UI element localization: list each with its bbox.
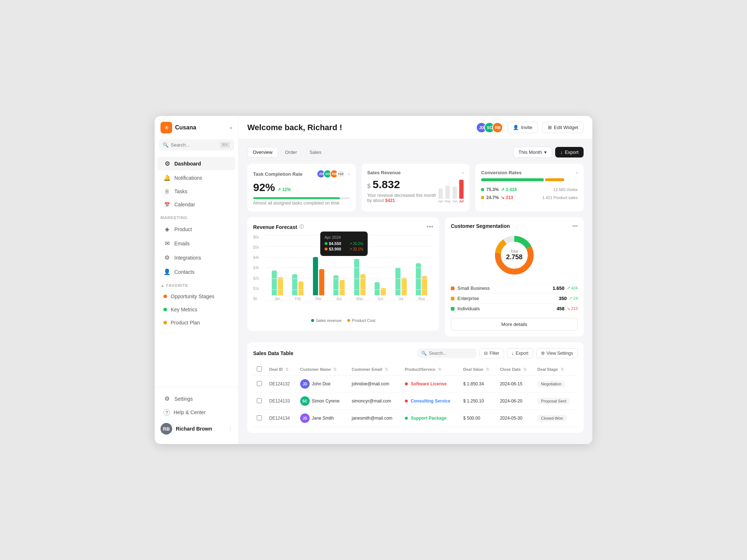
period-filter-button[interactable]: This Month ▾ bbox=[513, 147, 552, 158]
mini-bar bbox=[445, 186, 450, 199]
chart-legend: Sales revenue Product Cost bbox=[253, 318, 433, 323]
sidebar-item-notifications[interactable]: 🔔 Notifications bbox=[158, 171, 235, 184]
sidebar-item-product[interactable]: ◈ Product bbox=[158, 222, 235, 236]
table-actions: 🔍 ⊟ Filter ↓ Export ⚙ bbox=[418, 348, 578, 358]
logo-icon: ✳ bbox=[160, 122, 172, 133]
bar[interactable] bbox=[319, 269, 324, 295]
sidebar-item-integrations[interactable]: ⚙ Integrations bbox=[158, 251, 235, 264]
sidebar-collapse-button[interactable]: « bbox=[229, 125, 232, 131]
contacts-icon: 👤 bbox=[163, 268, 171, 275]
chevron-right-icon[interactable]: › bbox=[576, 170, 578, 175]
sidebar-item-label: Contacts bbox=[174, 269, 194, 275]
sidebar-item-opportunity-stages[interactable]: Opportunity Stages bbox=[158, 290, 235, 303]
bar[interactable] bbox=[381, 288, 386, 295]
bars-container: Jan Feb bbox=[266, 235, 433, 301]
bar[interactable] bbox=[292, 274, 297, 295]
deal-value: $ 500.00 bbox=[460, 410, 496, 427]
tab-order[interactable]: Order bbox=[279, 147, 302, 158]
avatar: JD bbox=[300, 379, 310, 389]
bar[interactable] bbox=[340, 280, 345, 295]
customer-email: simoncyr@mail.com bbox=[348, 393, 401, 410]
more-options-icon[interactable]: ••• bbox=[426, 223, 433, 231]
export-button[interactable]: ↓ Export bbox=[555, 147, 584, 158]
card-title: Task Completion Rate bbox=[253, 171, 303, 177]
col-deal-stage: Deal Stage ⇅ bbox=[534, 363, 578, 376]
sidebar-item-label: Notifications bbox=[174, 175, 202, 181]
sidebar-item-help[interactable]: ? Help & Center bbox=[158, 406, 235, 419]
marketing-section-label: MARKETING bbox=[155, 211, 238, 222]
deal-stage: Closed-Won bbox=[534, 410, 578, 427]
deal-dot bbox=[405, 400, 408, 402]
header-actions: JD SC RB 👤 Invite ⊞ Edit Widget bbox=[476, 122, 584, 133]
tooltip-dot bbox=[325, 248, 328, 250]
bar-col: Jan bbox=[272, 271, 283, 301]
bar[interactable] bbox=[278, 277, 283, 295]
sidebar-item-label: Product Plan bbox=[171, 320, 200, 326]
bar[interactable] bbox=[333, 275, 338, 295]
col-close-date: Close Date ⇅ bbox=[496, 363, 534, 376]
task-rate-value: 92% ↗ 12% bbox=[253, 181, 350, 194]
sidebar-item-label: Help & Center bbox=[174, 409, 206, 415]
sidebar-item-label: Key Metrics bbox=[171, 307, 197, 312]
deal-id: DE124134 bbox=[266, 410, 297, 427]
sidebar-item-contacts[interactable]: 👤 Contacts bbox=[158, 265, 235, 279]
bar-col: Jul bbox=[395, 268, 407, 301]
sidebar: ✳ Cusana ◦ « 🔍 ⌘K ⊙ Dashboard 🔔 Notifica… bbox=[155, 116, 239, 444]
bar[interactable] bbox=[272, 271, 277, 295]
view-settings-button[interactable]: ⚙ View Settings bbox=[536, 348, 578, 358]
edit-widget-button[interactable]: ⊞ Edit Widget bbox=[542, 122, 584, 133]
sidebar-item-key-metrics[interactable]: Key Metrics bbox=[158, 303, 235, 316]
customer-segmentation-card: Customer Segmentation ••• bbox=[445, 217, 584, 337]
sidebar-item-settings[interactable]: ⚙ Settings bbox=[158, 392, 235, 405]
search-input[interactable] bbox=[171, 142, 218, 148]
sidebar-item-product-plan[interactable]: Product Plan bbox=[158, 316, 235, 329]
conversion-rates-card: Conversion Rates › 75.3% ↗ 2.424 12.5 bbox=[475, 164, 584, 211]
conv-dot bbox=[481, 188, 484, 191]
sidebar-item-label: Settings bbox=[174, 396, 193, 402]
trend-badge: ↗ 12% bbox=[277, 187, 291, 192]
bar[interactable] bbox=[395, 268, 400, 295]
close-date: 2024-06-15 bbox=[496, 376, 534, 393]
bar[interactable] bbox=[375, 282, 380, 295]
revenue-description: Your revenue decreased this month by abo… bbox=[367, 193, 438, 203]
sidebar-item-tasks[interactable]: ☰ Tasks bbox=[158, 185, 235, 198]
bar[interactable] bbox=[298, 281, 303, 295]
user-profile[interactable]: RB Richard Brown ⋮ bbox=[155, 419, 238, 438]
sidebar-item-dashboard[interactable]: ⊙ Dashboard bbox=[158, 157, 235, 170]
bar[interactable] bbox=[360, 274, 365, 295]
tab-overview[interactable]: Overview bbox=[247, 147, 278, 158]
row-checkbox[interactable] bbox=[257, 398, 262, 403]
search-icon: 🔍 bbox=[421, 351, 427, 356]
filter-button[interactable]: ⊟ Filter bbox=[479, 348, 504, 358]
bar[interactable] bbox=[313, 257, 318, 295]
row-checkbox[interactable] bbox=[257, 415, 262, 420]
mini-bar-accent bbox=[459, 180, 464, 199]
bar[interactable] bbox=[422, 276, 427, 295]
deal-dot bbox=[405, 382, 408, 385]
row-checkbox[interactable] bbox=[257, 381, 262, 386]
tab-sales[interactable]: Sales bbox=[304, 147, 327, 158]
select-all-header[interactable] bbox=[253, 363, 266, 376]
bar[interactable] bbox=[402, 278, 407, 295]
sidebar-logo: ✳ Cusana ◦ « bbox=[155, 122, 238, 139]
bar[interactable] bbox=[416, 263, 421, 295]
main-content: Welcome back, Richard ! JD SC RB 👤 Invit… bbox=[239, 116, 592, 444]
chevron-right-icon[interactable]: › bbox=[462, 170, 464, 175]
col-deal-id: Deal ID ⇅ bbox=[266, 363, 297, 376]
table-export-button[interactable]: ↓ Export bbox=[507, 348, 533, 358]
sidebar-item-emails[interactable]: ✉ Emails bbox=[158, 237, 235, 250]
bar[interactable] bbox=[354, 259, 359, 295]
chevron-right-icon[interactable]: › bbox=[348, 171, 350, 177]
more-details-button[interactable]: More details bbox=[451, 318, 578, 331]
table-search-input[interactable] bbox=[429, 351, 473, 356]
search-box[interactable]: 🔍 ⌘K bbox=[159, 139, 234, 151]
select-all-checkbox[interactable] bbox=[257, 366, 262, 372]
table-search[interactable]: 🔍 bbox=[418, 349, 476, 358]
more-options-icon[interactable]: ••• bbox=[572, 223, 578, 229]
deal-dot bbox=[405, 417, 408, 420]
customer-name: JD John Doe bbox=[297, 376, 348, 393]
sidebar-item-calendar[interactable]: 📅 Calendar bbox=[158, 198, 235, 211]
invite-button[interactable]: 👤 Invite bbox=[507, 122, 538, 133]
sales-data-table-card: Sales Data Table 🔍 ⊟ Filter ↓ Export bbox=[247, 342, 584, 433]
table-row: DE124133 SC Simon Cyrene simoncyr@mail.c… bbox=[253, 393, 578, 410]
